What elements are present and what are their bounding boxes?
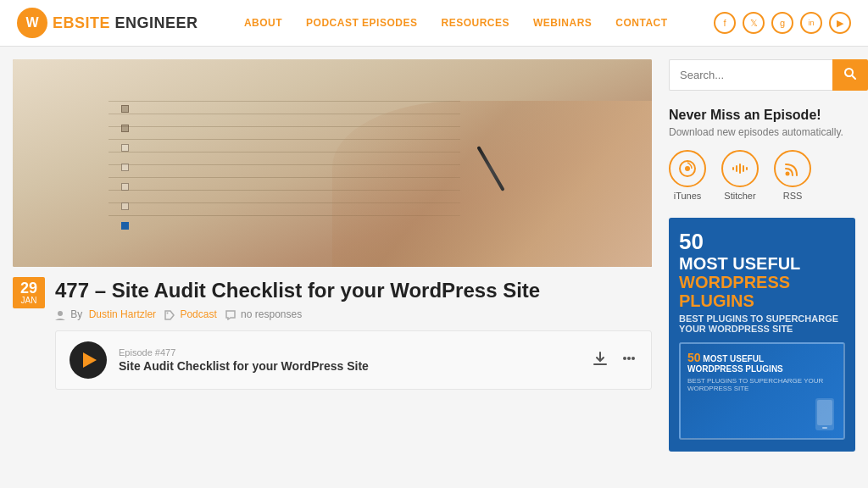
download-icon <box>592 350 609 367</box>
youtube-icon[interactable]: ▶ <box>829 12 851 34</box>
episode-number: Episode #477 <box>119 347 580 358</box>
post-date-day: 29 <box>20 280 37 296</box>
meta-responses: no responses <box>225 308 302 320</box>
main-container: 29 Jan 477 – Site Audit Checklist for yo… <box>0 47 868 464</box>
svg-rect-20 <box>817 400 832 425</box>
newsletter-title: Never Miss an Episode! <box>669 108 855 123</box>
twitter-icon[interactable]: 𝕏 <box>743 12 765 34</box>
post-header: 29 Jan 477 – Site Audit Checklist for yo… <box>13 267 652 396</box>
post-date-month: Jan <box>21 296 37 305</box>
rss-svg <box>783 159 802 178</box>
phone-icon <box>813 397 837 431</box>
podcast-icons-row: iTunes Stitcher <box>669 150 855 201</box>
nav-podcast-episodes[interactable]: PODCAST EPISODES <box>306 17 417 29</box>
audio-player: Episode #477 Site Audit Checklist for yo… <box>55 330 652 390</box>
ad-subtitle: BEST PLUGINS TO SUPERCHARGE YOUR WORDPRE… <box>679 313 845 334</box>
social-icons-group: f 𝕏 g in ▶ <box>714 12 851 34</box>
stitcher-label: Stitcher <box>724 191 755 201</box>
rss-icon <box>774 150 811 187</box>
stitcher-svg <box>731 159 749 178</box>
itunes-label: iTunes <box>674 191 702 201</box>
svg-point-6 <box>623 357 626 360</box>
ad-book-title: 50 MOST USEFUL WORDPRESS PLUGINS <box>687 351 837 375</box>
nav-webinars[interactable]: WEBINARS <box>533 17 592 29</box>
main-content: 29 Jan 477 – Site Audit Checklist for yo… <box>13 59 652 452</box>
nav-contact[interactable]: CONTACT <box>615 17 667 29</box>
logo-text: EBSITE ENGINEER <box>53 14 198 32</box>
site-header: W EBSITE ENGINEER ABOUT PODCAST EPISODES… <box>0 0 868 47</box>
svg-rect-13 <box>732 167 734 170</box>
rss-icon-item[interactable]: RSS <box>774 150 811 201</box>
svg-text:W: W <box>25 15 39 30</box>
svg-point-12 <box>685 166 690 171</box>
site-logo[interactable]: W EBSITE ENGINEER <box>17 8 198 38</box>
itunes-svg <box>678 159 697 178</box>
svg-rect-21 <box>822 427 827 429</box>
post-date-badge: 29 Jan <box>13 277 45 308</box>
episode-info: Episode #477 Site Audit Checklist for yo… <box>119 347 580 373</box>
itunes-icon <box>669 150 706 187</box>
search-input[interactable] <box>669 59 832 91</box>
rss-label: RSS <box>783 191 803 201</box>
svg-point-18 <box>786 172 790 176</box>
search-widget <box>669 59 855 91</box>
svg-rect-17 <box>746 167 748 170</box>
tag-icon <box>164 310 175 320</box>
svg-point-2 <box>58 311 63 316</box>
nav-about[interactable]: ABOUT <box>244 17 282 29</box>
svg-point-8 <box>632 357 635 360</box>
stitcher-icon <box>721 150 759 187</box>
itunes-icon-item[interactable]: iTunes <box>669 150 706 201</box>
newsletter-widget: Never Miss an Episode! Download new epis… <box>669 108 855 201</box>
more-options-button[interactable] <box>620 350 637 371</box>
meta-tag-icon: Podcast <box>164 308 217 320</box>
episode-player-title: Site Audit Checklist for your WordPress … <box>119 359 580 373</box>
google-icon[interactable]: g <box>771 12 793 34</box>
ellipsis-icon <box>620 350 637 367</box>
author-link[interactable]: Dustin Hartzler <box>89 308 156 320</box>
search-button[interactable] <box>832 59 868 91</box>
featured-image <box>13 59 652 267</box>
facebook-icon[interactable]: f <box>714 12 736 34</box>
ad-banner[interactable]: 50 MOST USEFUL WORDPRESS PLUGINS BEST PL… <box>669 218 855 452</box>
user-icon <box>55 310 65 320</box>
play-button[interactable] <box>70 341 107 379</box>
svg-rect-16 <box>743 165 744 172</box>
download-button[interactable] <box>592 350 609 371</box>
ad-book-cover: 50 MOST USEFUL WORDPRESS PLUGINS BEST PL… <box>679 342 845 441</box>
sidebar: Never Miss an Episode! Download new epis… <box>669 59 855 452</box>
player-controls <box>592 350 637 371</box>
play-triangle-icon <box>83 352 97 368</box>
meta-author-prefix: By Dustin Hartzler <box>55 308 156 320</box>
stitcher-icon-item[interactable]: Stitcher <box>721 150 759 201</box>
svg-marker-3 <box>165 311 174 319</box>
svg-point-4 <box>167 313 169 314</box>
svg-rect-14 <box>736 165 737 172</box>
comment-icon <box>225 310 236 320</box>
post-title: 477 – Site Audit Checklist for your Word… <box>55 277 652 303</box>
svg-point-7 <box>627 357 631 360</box>
logo-icon: W <box>17 8 47 38</box>
search-icon <box>844 68 856 80</box>
ad-book-subtitle: BEST PLUGINS TO SUPERCHARGE YOUR WORDPRE… <box>687 377 837 392</box>
svg-line-10 <box>852 75 855 79</box>
category-link[interactable]: Podcast <box>180 308 216 320</box>
post-meta: By Dustin Hartzler Podcast no responses <box>55 308 652 320</box>
newsletter-subtitle: Download new episodes automatically. <box>669 126 855 138</box>
nav-resources[interactable]: RESOURCES <box>441 17 509 29</box>
ad-title-large: 50 MOST USEFUL WORDPRESS PLUGINS <box>679 230 845 310</box>
svg-rect-15 <box>739 164 741 174</box>
main-nav: ABOUT PODCAST EPISODES RESOURCES WEBINAR… <box>244 17 668 29</box>
linkedin-icon[interactable]: in <box>800 12 822 34</box>
